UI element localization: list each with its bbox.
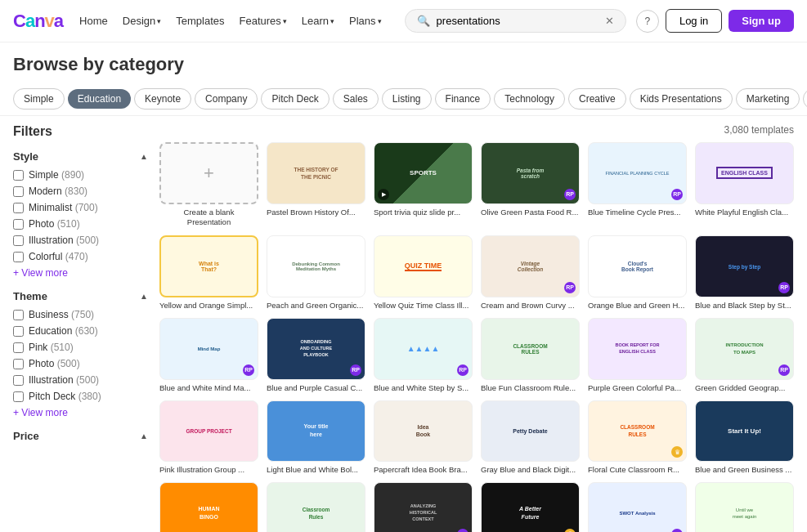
template-card[interactable]: A BetterFuture ♛ Black White Inspiring P… [481,482,580,532]
template-card[interactable]: CLASSROOMRULES Blue Fun Classroom Rule..… [481,318,580,392]
tab-education[interactable]: Education [68,89,131,109]
style-modern-checkbox[interactable] [13,186,24,197]
tab-simple[interactable]: Simple [13,88,65,110]
template-card[interactable]: QUIZ TIME Yellow Quiz Time Class Ill... [374,235,473,310]
chevron-down-icon: ▾ [330,17,334,25]
style-view-more[interactable]: + View more [13,267,148,279]
theme-chevron: ▲ [140,292,148,301]
card-label: Pastel Brown History Of... [267,208,365,217]
template-create-blank[interactable]: + Create a blankPresentation [159,142,258,227]
theme-filter-pitchdeck[interactable]: Pitch Deck (380) [13,391,148,402]
main-nav: Home Design▾ Templates Features▾ Learn▾ … [73,11,388,30]
clear-icon[interactable]: ✕ [605,15,614,27]
search-input[interactable] [437,15,599,27]
style-filter-modern[interactable]: Modern (830) [13,186,148,197]
template-card[interactable]: ANALYZINGHISTORICALCONTEXT RP Brown Clas… [374,482,473,532]
login-button[interactable]: Log in [666,9,722,33]
theme-pitchdeck-checkbox[interactable] [13,391,24,402]
style-minimalist-checkbox[interactable] [13,203,24,213]
style-filter-illustration[interactable]: Illustration (500) [13,235,148,246]
card-label: Pink Illustration Group ... [159,465,258,474]
nav-home[interactable]: Home [73,11,114,30]
template-card[interactable]: ENGLISH CLASS White Playful English Cla.… [695,142,794,227]
template-card[interactable]: HUMANBINGO Yellow and Green School ... [159,482,258,532]
nav-templates[interactable]: Templates [169,11,231,30]
style-filter-section: Style ▲ Simple (890) Modern (830) Minima… [13,150,148,279]
style-filter-photo[interactable]: Photo (510) [13,218,148,230]
theme-business-checkbox[interactable] [13,310,24,320]
nav-design[interactable]: Design▾ [116,11,168,30]
theme-filter-photo[interactable]: Photo (500) [13,358,148,369]
style-photo-checkbox[interactable] [13,219,24,230]
nav-learn[interactable]: Learn▾ [295,11,341,30]
template-card[interactable]: CLASSROOMRULES ♛ Floral Cute Classroom R… [588,400,687,475]
tab-finance[interactable]: Finance [435,88,491,110]
tab-marketing[interactable]: Marketing [736,88,800,110]
theme-pink-checkbox[interactable] [13,342,24,353]
tab-roadmap[interactable]: Roadmap Presentations [803,88,807,110]
style-illustration-checkbox[interactable] [13,235,24,246]
theme-filter-illustration[interactable]: Illustration (500) [13,374,148,386]
tab-creative[interactable]: Creative [568,88,626,110]
tab-pitch-deck[interactable]: Pitch Deck [261,88,329,110]
theme-photo-checkbox[interactable] [13,359,24,369]
style-filter-simple[interactable]: Simple (890) [13,169,148,181]
signup-button[interactable]: Sign up [729,10,794,32]
template-card[interactable]: Pasta fromscratch RP Olive Green Pasta F… [481,142,580,227]
template-card[interactable]: BOOK REPORT FORENGLISH CLASS Purple Gree… [588,318,687,392]
card-label: Sport trivia quiz slide pr... [374,208,473,217]
template-card[interactable]: SPORTS ▶ Sport trivia quiz slide pr... [374,142,473,227]
template-card[interactable]: Step by Step RP Blue and Black Step by S… [695,235,794,310]
sidebar: Filters Style ▲ Simple (890) Modern (830… [13,124,148,532]
search-bar[interactable]: 🔍 ✕ [405,9,626,33]
price-section-header[interactable]: Price ▲ [13,430,148,442]
template-card[interactable]: Petty Debate Gray Blue and Black Digit..… [481,400,580,475]
card-label: Gray Blue and Black Digit... [481,465,580,474]
template-card[interactable]: IdeaBook Papercraft Idea Book Bra... [374,400,473,475]
template-card[interactable]: VintageCollection RP Cream and Brown Cur… [481,235,580,310]
theme-illustration-checkbox[interactable] [13,375,24,386]
templates-grid-area: 3,080 templates + Create a blankPresenta… [159,124,794,532]
template-card[interactable]: INTRODUCTIONTO MAPS RP Green Gridded Geo… [695,318,794,392]
chevron-down-icon: ▾ [283,17,287,25]
style-filter-minimalist[interactable]: Minimalist (700) [13,202,148,213]
tab-technology[interactable]: Technology [494,88,565,110]
style-section-header[interactable]: Style ▲ [13,150,148,163]
theme-filter-education[interactable]: Education (630) [13,325,148,337]
card-label: Blue and White Step by S... [374,383,473,392]
nav-plans[interactable]: Plans▾ [343,11,388,30]
template-card[interactable]: Debunking CommonMeditation Myths Peach a… [267,235,365,310]
template-card[interactable]: Mind Map RP Blue and White Mind Ma... [159,318,258,392]
style-colorful-checkbox[interactable] [13,252,24,262]
template-card[interactable]: Until wemeet again Colorful Abstract Pat… [695,482,794,532]
template-card[interactable]: ClassroomRules Green Blue and Pink Han..… [267,482,365,532]
tab-keynote[interactable]: Keynote [134,88,191,110]
theme-section-header[interactable]: Theme ▲ [13,290,148,302]
tab-sales[interactable]: Sales [333,88,379,110]
theme-education-checkbox[interactable] [13,326,24,337]
help-button[interactable]: ? [636,10,659,33]
style-simple-checkbox[interactable] [13,170,24,181]
template-card[interactable]: GROUP PROJECT Pink Illustration Group ..… [159,400,258,475]
template-card[interactable]: SWOT Analysis RP Blue and White SWOT An.… [588,482,687,532]
logo[interactable]: Canva [13,11,63,32]
nav-features[interactable]: Features▾ [233,11,294,30]
tab-kids[interactable]: Kids Presentations [630,88,733,110]
template-card[interactable]: ▲▲▲▲ RP Blue and White Step by S... [374,318,473,392]
template-card[interactable]: Start It Up! Blue and Green Business ... [695,400,794,475]
theme-filter-business[interactable]: Business (750) [13,309,148,320]
template-card[interactable]: ONBOARDINGAND CULTUREPLAYBOOK RP Blue an… [267,318,365,392]
card-label: Peach and Green Organic... [267,301,365,310]
theme-filter-pink[interactable]: Pink (510) [13,342,148,353]
template-card[interactable]: THE HISTORY OFTHE PICNIC Pastel Brown Hi… [267,142,365,227]
template-card[interactable]: Cloud'sBook Report Orange Blue and Green… [588,235,687,310]
chevron-down-icon: ▾ [157,17,161,25]
style-filter-colorful[interactable]: Colorful (470) [13,251,148,262]
tab-company[interactable]: Company [195,88,258,110]
card-label: Olive Green Pasta Food R... [481,208,580,217]
tab-listing[interactable]: Listing [382,88,432,110]
template-card[interactable]: FINANCIAL PLANNING CYCLE RP Blue Timelin… [588,142,687,227]
template-card[interactable]: Your titlehere Light Blue and White Bol.… [267,400,365,475]
theme-view-more[interactable]: + View more [13,407,148,418]
template-card[interactable]: What isThat? Yellow and Orange Simpl... [159,235,258,310]
